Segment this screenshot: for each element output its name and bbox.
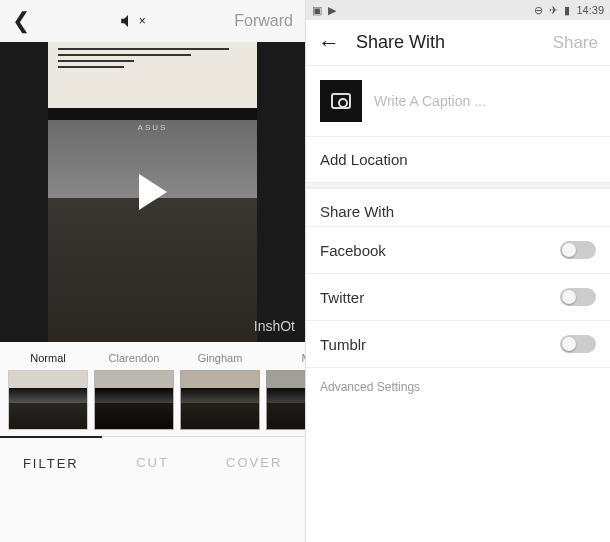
advanced-settings[interactable]: Advanced Settings (306, 367, 610, 406)
filter-clarendon[interactable]: Clarendon (94, 352, 174, 430)
editor-header: ❮ × Forward (0, 0, 305, 42)
filter-gingham[interactable]: Gingham (180, 352, 260, 430)
share-pane: ▣ ▶ ⊖ ✈ ▮ 14:39 ← Share With Share Write… (305, 0, 610, 542)
video-preview[interactable]: ASUS InshOt (0, 42, 305, 342)
add-location-row[interactable]: Add Location (306, 136, 610, 182)
add-location-label: Add Location (320, 151, 408, 168)
option-label: Twitter (320, 289, 364, 306)
filter-thumb (266, 370, 305, 430)
share-button[interactable]: Share (553, 33, 598, 53)
play-icon[interactable] (139, 174, 167, 210)
tab-cover[interactable]: COVER (203, 437, 305, 488)
filter-label: Clarendon (94, 352, 174, 366)
back-icon[interactable]: ❮ (12, 8, 30, 34)
camera-icon (331, 93, 351, 109)
editor-tabs: FILTER CUT COVER (0, 436, 305, 488)
page-title: Share With (356, 32, 445, 53)
laptop-logo: ASUS (138, 123, 168, 132)
share-with-label: Share With (306, 188, 610, 226)
status-bar: ▣ ▶ ⊖ ✈ ▮ 14:39 (306, 0, 610, 20)
filter-label: M (266, 352, 305, 366)
share-header: ← Share With Share (306, 20, 610, 66)
toggle-facebook[interactable] (560, 241, 596, 259)
airplane-icon: ✈ (549, 4, 558, 17)
mute-icon[interactable]: × (119, 12, 146, 30)
filter-thumb (94, 370, 174, 430)
editor-pane: ❮ × Forward ASUS InshOt Normal Clarendon… (0, 0, 305, 542)
option-label: Facebook (320, 242, 386, 259)
filter-normal[interactable]: Normal (8, 352, 88, 430)
play-store-icon: ▶ (328, 4, 336, 17)
filter-label: Normal (8, 352, 88, 366)
filter-thumb (8, 370, 88, 430)
tab-filter[interactable]: FILTER (0, 436, 102, 488)
forward-button[interactable]: Forward (234, 12, 293, 30)
filter-label: Gingham (180, 352, 260, 366)
toggle-twitter[interactable] (560, 288, 596, 306)
clock: 14:39 (576, 4, 604, 16)
filter-more[interactable]: M (266, 352, 305, 430)
filter-thumb (180, 370, 260, 430)
dnd-icon: ⊖ (534, 4, 543, 17)
image-icon: ▣ (312, 4, 322, 17)
share-option-tumblr: Tumblr (306, 320, 610, 367)
share-option-twitter: Twitter (306, 273, 610, 320)
battery-icon: ▮ (564, 4, 570, 17)
toggle-tumblr[interactable] (560, 335, 596, 353)
option-label: Tumblr (320, 336, 366, 353)
share-option-facebook: Facebook (306, 226, 610, 273)
back-arrow-icon[interactable]: ← (318, 30, 340, 56)
watermark: InshOt (254, 318, 295, 334)
tab-cut[interactable]: CUT (102, 437, 204, 488)
video-thumbnail[interactable] (320, 80, 362, 122)
filter-strip: Normal Clarendon Gingham M (0, 342, 305, 436)
caption-input[interactable]: Write A Caption ... (374, 93, 486, 109)
caption-row: Write A Caption ... (306, 66, 610, 136)
